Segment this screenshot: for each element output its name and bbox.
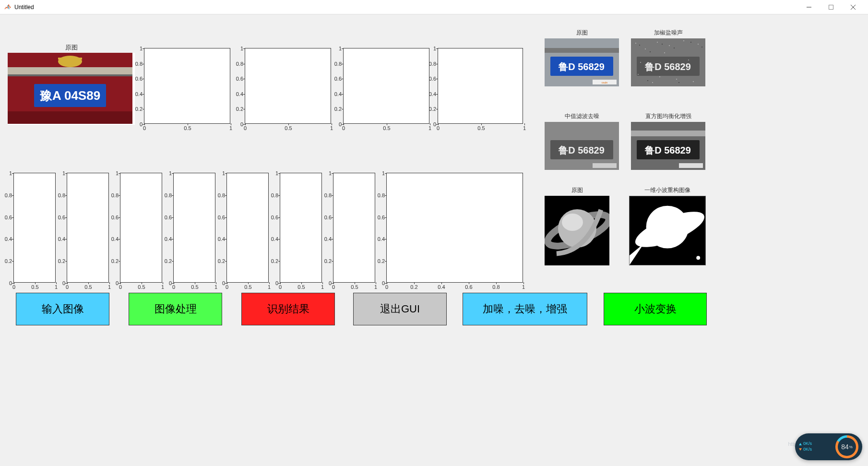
svg-point-40 [702,47,702,47]
svg-point-34 [659,76,660,77]
ytick-label: 0.4 [165,236,172,242]
download-speed: 0K/s [803,447,812,453]
ytick-label: 0.8 [324,192,332,198]
svg-rect-9 [58,58,82,60]
xtick-label: 0 [437,125,440,131]
window-controls [798,0,864,14]
thumb-saturn-original-image [545,196,609,265]
svg-rect-11 [8,111,132,124]
mid-axes-7: 10.80.60.40.2000.51 [333,173,375,283]
svg-point-39 [690,42,691,42]
xtick-label: 1 [229,125,232,131]
svg-point-58 [646,206,689,249]
ytick-label: 0.2 [5,258,12,264]
svg-rect-46 [593,163,617,168]
ytick-label: 0.4 [111,236,119,242]
svg-rect-13 [545,48,619,53]
thumb-wavelet-recon: 一维小波重构图像 [629,186,706,265]
ytick-label: 0.2 [58,258,65,264]
mid-axes-8: 10.80.60.40.2000.20.40.60.81 [386,173,523,283]
recognize-result-button[interactable]: 识别结果 [241,293,335,325]
xtick-label: 0.5 [351,284,358,290]
svg-point-42 [678,82,679,83]
upload-speed: 0K/s [803,441,812,447]
xtick-label: 0 [332,284,335,290]
xtick-label: 1 [428,125,431,131]
xtick-label: 1 [522,284,525,290]
mid-axes-4: 10.80.60.40.2000.51 [173,173,215,283]
xtick-label: 0 [119,284,122,290]
wavelet-transform-button[interactable]: 小波变换 [604,293,707,325]
svg-text:鲁D 56829: 鲁D 56829 [558,145,605,155]
xtick-label: 1 [55,284,58,290]
svg-point-41 [647,80,648,81]
xtick-label: 0.5 [184,125,191,131]
ytick-label: 0.8 [165,192,172,198]
ytick-label: 0.2 [378,258,385,264]
ytick-label: 0.6 [58,215,65,220]
xtick-label: 0.5 [191,284,198,290]
memory-percent: 84 [841,443,849,451]
xtick-label: 0 [385,284,388,290]
svg-point-33 [638,74,638,74]
svg-point-28 [676,79,677,79]
ytick-label: 0.2 [236,106,243,112]
top-axes-4: 10.80.60.40.2000.51 [438,48,523,124]
svg-point-37 [662,44,662,44]
ytick-label: 0.8 [271,192,278,198]
xtick-label: 0.5 [84,284,92,290]
ytick-label: 0.8 [429,61,436,67]
svg-point-31 [664,52,665,53]
svg-text:鲁D 56829: 鲁D 56829 [558,61,605,72]
thumb-median-filter-title: 中值滤波去噪 [545,112,619,120]
download-arrow-icon [799,448,802,451]
mid-axes-6: 10.80.60.40.2000.51 [280,173,322,283]
minimize-button[interactable] [798,0,820,14]
input-image-button[interactable]: 输入图像 [16,293,109,325]
process-image-button[interactable]: 图像处理 [129,293,222,325]
thumb-saturn-original: 原图 [545,186,609,265]
ytick-label: 0.4 [58,236,65,242]
thumb-salt-pepper-title: 加椒盐噪声 [631,29,705,37]
ytick-label: 0.6 [165,215,172,220]
noise-denoise-enhance-button[interactable]: 加噪，去噪，增强 [463,293,587,325]
ytick-label: 0.6 [271,215,278,220]
svg-point-21 [635,43,636,43]
xtick-label: 0.2 [410,284,417,290]
thumb-histeq: 直方图均衡化增强 鲁D 56829 [631,112,705,170]
thumb-wavelet-recon-title: 一维小波重构图像 [629,186,706,194]
ytick-label: 0.2 [218,258,225,264]
ytick-label: 0.4 [334,91,342,97]
xtick-label: 0 [66,284,69,290]
maximize-button[interactable] [820,0,842,14]
ytick-label: 0.2 [324,258,332,264]
top-axes-1: 10.80.60.40.2000.51 [144,48,230,124]
xtick-label: 1 [374,284,377,290]
ytick-label: 0.4 [236,91,243,97]
window-titlebar: Untitled [0,0,868,14]
thumb-histeq-title: 直方图均衡化增强 [631,112,705,120]
memory-gauge: 84% [835,435,858,458]
ytick-label: 0.4 [218,236,225,242]
network-widget[interactable]: 0K/s 0K/s 84% [795,433,862,460]
original-image-panel: 原图 豫A 04S89 [8,43,135,125]
xtick-label: 0 [342,125,345,131]
exit-gui-button[interactable]: 退出GUI [353,293,447,325]
original-image-title: 原图 [8,43,135,52]
svg-point-29 [693,81,693,82]
memory-percent-suffix: % [849,445,853,449]
plate-text: 豫A 04S89 [40,88,100,103]
svg-rect-7 [8,74,132,76]
close-button[interactable] [842,0,864,14]
xtick-label: 0 [244,125,247,131]
ytick-label: 0.6 [236,76,243,82]
ytick-label: 0.8 [111,192,119,198]
xtick-label: 0.5 [383,125,390,131]
ytick-label: 0.2 [271,258,278,264]
top-axes-2: 10.80.60.40.2000.51 [245,48,331,124]
ytick-label: 0.6 [324,215,332,220]
svg-point-24 [669,45,669,46]
svg-text:鲁D 56829: 鲁D 56829 [644,145,691,155]
ytick-label: 0.8 [135,61,143,67]
xtick-label: 1 [523,125,526,131]
